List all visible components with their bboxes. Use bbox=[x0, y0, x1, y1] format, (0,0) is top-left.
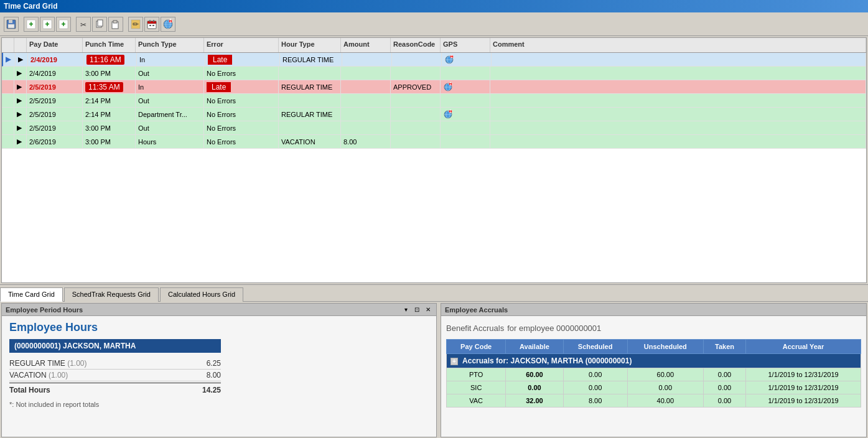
hours-value-regular: 6.25 bbox=[207, 359, 221, 368]
cell-punch-type: In bbox=[137, 53, 205, 66]
cell-gps: ! bbox=[441, 108, 490, 121]
tab-time-card-grid[interactable]: Time Card Grid bbox=[0, 287, 63, 302]
cell-punch-type: In bbox=[136, 80, 204, 93]
accruals-group-label: + Accruals for: JACKSON, MARTHA (0000000… bbox=[447, 354, 861, 368]
globe-toolbar-button[interactable]: ! bbox=[161, 17, 175, 32]
group-expand-icon[interactable]: + bbox=[450, 358, 458, 365]
panel-close-icon[interactable]: ✕ bbox=[424, 305, 432, 314]
svg-text:!: ! bbox=[449, 110, 452, 114]
save-button[interactable] bbox=[4, 17, 19, 32]
svg-text:✏: ✏ bbox=[133, 20, 139, 29]
col-available: Available bbox=[506, 340, 563, 354]
row-selected-indicator: ▶ bbox=[3, 53, 16, 66]
svg-rect-13 bbox=[113, 21, 117, 23]
row-expand[interactable]: ▶ bbox=[14, 80, 27, 93]
cell-reason-code: APPROVED bbox=[391, 80, 441, 93]
col-comment: Comment bbox=[490, 38, 866, 52]
employee-name: JACKSON, MARTHA bbox=[63, 342, 136, 350]
title-bar-label: Time Card Grid bbox=[4, 2, 57, 11]
time-card-grid: Pay Date Punch Time Punch Type Error Hou… bbox=[1, 37, 867, 283]
panel-float-icon[interactable]: ⊡ bbox=[413, 305, 421, 314]
table-row[interactable]: ▶ 2/6/2019 3:00 PM Hours No Errors VACAT… bbox=[2, 135, 866, 149]
vac-unscheduled: 40.00 bbox=[627, 394, 703, 408]
col-punch-type: Punch Type bbox=[136, 38, 204, 52]
add-green3-button[interactable]: + bbox=[56, 17, 71, 32]
svg-rect-20 bbox=[149, 25, 151, 26]
row-selected-indicator bbox=[2, 67, 14, 80]
hours-label-vacation: VACATION (1.00) bbox=[9, 371, 68, 380]
table-row[interactable]: ▶ 2/5/2019 2:14 PM Department Tr... No E… bbox=[2, 108, 866, 121]
paste-button[interactable] bbox=[108, 17, 123, 32]
table-row[interactable]: ▶ 2/5/2019 2:14 PM Out No Errors bbox=[2, 94, 866, 108]
table-row[interactable]: ▶ ▶ 2/4/2019 11:16 AM In Late REGULAR TI… bbox=[2, 53, 866, 67]
add-green-button[interactable]: + bbox=[24, 17, 39, 32]
cell-punch-type: Hours bbox=[136, 135, 204, 148]
table-row[interactable]: ▶ 2/4/2019 3:00 PM Out No Errors bbox=[2, 67, 866, 80]
panel-divider bbox=[437, 302, 440, 438]
copy-button[interactable] bbox=[92, 17, 107, 32]
col-accrual-year: Accrual Year bbox=[746, 340, 861, 354]
pto-scheduled: 0.00 bbox=[563, 368, 627, 381]
row-selected-indicator bbox=[2, 80, 14, 93]
cell-punch-type: Department Tr... bbox=[136, 108, 204, 121]
row-expand[interactable]: ▶ bbox=[14, 67, 27, 80]
tab-calculated-hours[interactable]: Calculated Hours Grid bbox=[160, 287, 243, 302]
cell-hour-type: VACATION bbox=[279, 135, 341, 148]
cell-punch-time: 2:14 PM bbox=[83, 94, 136, 107]
cell-reason-code bbox=[392, 53, 442, 66]
row-selected-indicator bbox=[2, 108, 14, 121]
row-expand[interactable]: ▶ bbox=[14, 108, 27, 121]
cell-comment bbox=[490, 94, 866, 107]
col-error: Error bbox=[204, 38, 279, 52]
add-green2-button[interactable]: + bbox=[40, 17, 55, 32]
pto-code: PTO bbox=[447, 368, 506, 381]
cell-error: No Errors bbox=[204, 121, 279, 134]
employee-hours-panel: Employee Period Hours ▾ ⊡ ✕ Employee Hou… bbox=[1, 303, 437, 437]
pto-accrual-year: 1/1/2019 to 12/31/2019 bbox=[746, 368, 861, 381]
cell-comment bbox=[490, 135, 866, 148]
cell-reason-code bbox=[391, 94, 441, 107]
cell-gps bbox=[441, 94, 490, 107]
col-pay-date: Pay Date bbox=[27, 38, 83, 52]
sic-code: SIC bbox=[447, 381, 506, 394]
vac-accrual-year: 1/1/2019 to 12/31/2019 bbox=[746, 394, 861, 408]
row-expand[interactable]: ▶ bbox=[16, 53, 28, 66]
panel-pin-icon[interactable]: ▾ bbox=[401, 305, 410, 314]
svg-rect-17 bbox=[147, 21, 156, 24]
accruals-pto-row: PTO 60.00 0.00 60.00 0.00 1/1/2019 to 12… bbox=[447, 368, 861, 381]
edit-button[interactable]: ✏ bbox=[128, 17, 143, 32]
cell-hour-type: REGULAR TIME bbox=[280, 53, 342, 66]
col-indicator bbox=[2, 38, 14, 52]
table-row[interactable]: ▶ 2/5/2019 3:00 PM Out No Errors bbox=[2, 121, 866, 135]
cell-punch-time: 3:00 PM bbox=[83, 67, 136, 80]
cut-button[interactable]: ✂ bbox=[76, 17, 91, 32]
table-row[interactable]: ▶ 2/5/2019 11:35 AM In Late REGULAR TIME… bbox=[2, 80, 866, 94]
cell-amount bbox=[341, 121, 391, 134]
tab-schedtrak-requests[interactable]: SchedTrak Requests Grid bbox=[64, 287, 159, 302]
col-taken: Taken bbox=[703, 340, 745, 354]
cell-comment bbox=[490, 108, 866, 121]
employee-hours-panel-title-bar: Employee Period Hours ▾ ⊡ ✕ bbox=[2, 304, 436, 316]
accruals-group-row: + Accruals for: JACKSON, MARTHA (0000000… bbox=[447, 354, 861, 368]
cell-pay-date: 2/5/2019 bbox=[27, 121, 83, 134]
hours-value-vacation: 8.00 bbox=[207, 371, 221, 380]
row-expand[interactable]: ▶ bbox=[14, 121, 27, 134]
svg-rect-1 bbox=[9, 20, 12, 23]
cell-hour-type: REGULAR TIME bbox=[279, 80, 341, 93]
calendar-button[interactable] bbox=[144, 17, 159, 32]
row-expand[interactable]: ▶ bbox=[14, 94, 27, 107]
employee-id: (0000000001) bbox=[14, 342, 61, 350]
pto-unscheduled: 60.00 bbox=[627, 368, 703, 381]
cell-hour-type: REGULAR TIME bbox=[279, 108, 341, 121]
employee-name-bar: (0000000001) JACKSON, MARTHA bbox=[9, 339, 221, 353]
sic-available: 0.00 bbox=[506, 381, 563, 394]
cell-pay-date: 2/5/2019 bbox=[27, 94, 83, 107]
cell-pay-date: 2/4/2019 bbox=[28, 53, 84, 66]
grid-header: Pay Date Punch Time Punch Type Error Hou… bbox=[2, 38, 866, 53]
row-expand[interactable]: ▶ bbox=[14, 135, 27, 148]
cell-gps: ! bbox=[442, 53, 492, 66]
accruals-content: Benefit Accruals for employee 0000000001… bbox=[441, 316, 866, 412]
accruals-table: Pay Code Available Scheduled Unscheduled… bbox=[446, 339, 861, 408]
cell-gps bbox=[441, 121, 490, 134]
svg-text:!: ! bbox=[450, 55, 453, 60]
